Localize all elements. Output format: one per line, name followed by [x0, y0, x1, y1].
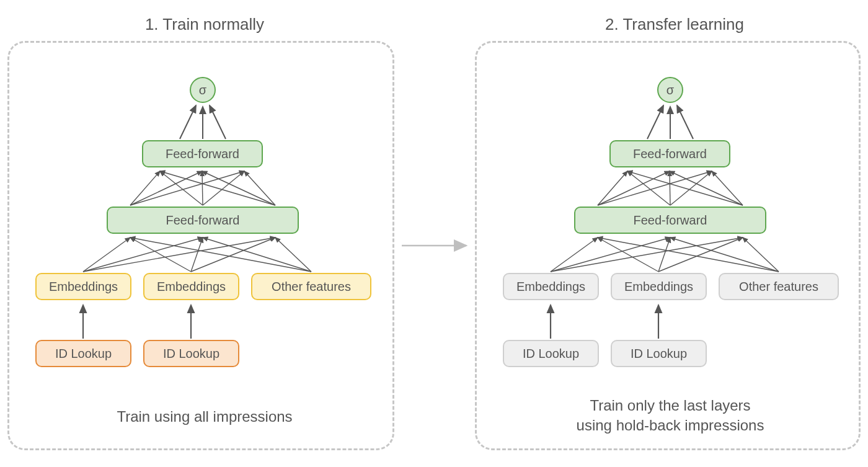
embeddings-right-2: Embeddings	[611, 273, 707, 300]
embeddings-left-1: Embeddings	[35, 273, 131, 300]
sigma-label-right: σ	[666, 83, 674, 97]
caption-left: Train using all impressions	[74, 407, 335, 427]
id-lookup-left-1: ID Lookup	[35, 340, 131, 367]
title-right: 2. Transfer learning	[594, 15, 755, 34]
other-features-right: Other features	[719, 273, 839, 300]
sigma-left: σ	[190, 77, 216, 103]
embeddings-right-1: Embeddings	[503, 273, 599, 300]
id-lookup-right-1: ID Lookup	[503, 340, 599, 367]
title-left: 1. Train normally	[124, 15, 285, 34]
id-lookup-left-2: ID Lookup	[143, 340, 239, 367]
feedforward-left-2: Feed-forward	[107, 207, 299, 234]
other-features-left: Other features	[251, 273, 371, 300]
embeddings-left-2: Embeddings	[143, 273, 239, 300]
feedforward-right-2: Feed-forward	[574, 207, 766, 234]
sigma-label: σ	[199, 83, 206, 97]
feedforward-right-1: Feed-forward	[609, 140, 730, 167]
id-lookup-right-2: ID Lookup	[611, 340, 707, 367]
caption-right: Train only the last layers using hold-ba…	[525, 396, 816, 436]
sigma-right: σ	[657, 77, 683, 103]
feedforward-left-1: Feed-forward	[142, 140, 263, 167]
